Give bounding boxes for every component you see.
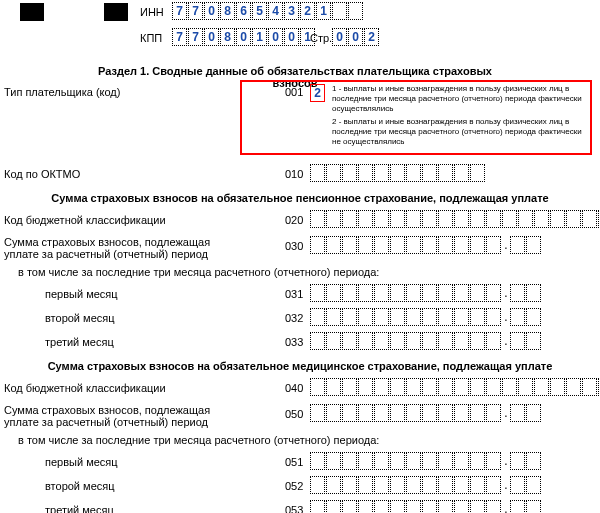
- input-cell[interactable]: [438, 476, 453, 494]
- input-cell[interactable]: [390, 500, 405, 513]
- input-cell[interactable]: [326, 308, 341, 326]
- kpp-cell[interactable]: 7: [188, 28, 203, 46]
- input-cell[interactable]: [486, 236, 501, 254]
- input-cell[interactable]: [358, 500, 373, 513]
- input-cell[interactable]: [438, 284, 453, 302]
- input-cell[interactable]: [502, 378, 517, 396]
- input-cell[interactable]: [358, 332, 373, 350]
- kbk-cells-med[interactable]: [310, 378, 600, 396]
- input-cell[interactable]: [438, 500, 453, 513]
- input-cell[interactable]: [526, 452, 541, 470]
- input-cell[interactable]: [310, 284, 325, 302]
- input-cell[interactable]: [454, 378, 469, 396]
- input-cell[interactable]: [470, 164, 485, 182]
- input-cell[interactable]: [470, 500, 485, 513]
- input-cell[interactable]: [374, 284, 389, 302]
- input-cell[interactable]: [310, 236, 325, 254]
- inn-cell[interactable]: 7: [172, 2, 187, 20]
- input-cell[interactable]: [390, 332, 405, 350]
- input-cell[interactable]: [526, 308, 541, 326]
- input-cell[interactable]: [326, 284, 341, 302]
- input-cell[interactable]: [310, 308, 325, 326]
- input-cell[interactable]: [406, 452, 421, 470]
- input-cell[interactable]: [486, 210, 501, 228]
- input-cell[interactable]: [438, 164, 453, 182]
- input-cell[interactable]: [310, 332, 325, 350]
- input-cell[interactable]: [390, 210, 405, 228]
- input-cell[interactable]: [470, 378, 485, 396]
- kpp-cell[interactable]: 8: [220, 28, 235, 46]
- input-cell[interactable]: [438, 404, 453, 422]
- input-cell[interactable]: [526, 332, 541, 350]
- input-cell[interactable]: [310, 452, 325, 470]
- input-cell[interactable]: [526, 236, 541, 254]
- input-cell[interactable]: [534, 210, 549, 228]
- input-cell[interactable]: [406, 378, 421, 396]
- input-cell[interactable]: [422, 236, 437, 254]
- input-cell[interactable]: [310, 378, 325, 396]
- input-cell[interactable]: [454, 476, 469, 494]
- input-cell[interactable]: [454, 404, 469, 422]
- input-cell[interactable]: [526, 284, 541, 302]
- input-cell[interactable]: [534, 378, 549, 396]
- input-cell[interactable]: [438, 236, 453, 254]
- input-cell[interactable]: [342, 332, 357, 350]
- input-cell[interactable]: [454, 164, 469, 182]
- input-cell[interactable]: [342, 284, 357, 302]
- kpp-cell[interactable]: 0: [268, 28, 283, 46]
- input-cell[interactable]: [510, 500, 525, 513]
- input-cell[interactable]: [358, 210, 373, 228]
- input-cell[interactable]: [582, 210, 597, 228]
- inn-cell[interactable]: 1: [316, 2, 331, 20]
- inn-cell[interactable]: 7: [188, 2, 203, 20]
- input-cell[interactable]: [390, 308, 405, 326]
- input-cell[interactable]: [390, 236, 405, 254]
- payer-type-value[interactable]: 2: [310, 84, 325, 102]
- input-cell[interactable]: [406, 332, 421, 350]
- inn-cell[interactable]: 0: [204, 2, 219, 20]
- input-cell[interactable]: [510, 452, 525, 470]
- input-cell[interactable]: [358, 378, 373, 396]
- input-cell[interactable]: [486, 452, 501, 470]
- m1-cells-med[interactable]: .: [310, 452, 542, 470]
- input-cell[interactable]: [510, 308, 525, 326]
- input-cell[interactable]: [326, 332, 341, 350]
- input-cell[interactable]: [550, 210, 565, 228]
- input-cell[interactable]: [422, 476, 437, 494]
- input-cell[interactable]: [422, 378, 437, 396]
- m2-cells[interactable]: .: [310, 308, 542, 326]
- input-cell[interactable]: [422, 452, 437, 470]
- input-cell[interactable]: [310, 210, 325, 228]
- input-cell[interactable]: [326, 236, 341, 254]
- input-cell[interactable]: [374, 236, 389, 254]
- input-cell[interactable]: [582, 378, 597, 396]
- input-cell[interactable]: [422, 308, 437, 326]
- input-cell[interactable]: [510, 284, 525, 302]
- inn-cell[interactable]: 8: [220, 2, 235, 20]
- input-cell[interactable]: [526, 476, 541, 494]
- input-cell[interactable]: [438, 378, 453, 396]
- input-cell[interactable]: [358, 452, 373, 470]
- input-cell[interactable]: [326, 210, 341, 228]
- input-cell[interactable]: [454, 284, 469, 302]
- input-cell[interactable]: [470, 404, 485, 422]
- input-cell[interactable]: [342, 308, 357, 326]
- input-cell[interactable]: [390, 452, 405, 470]
- input-cell[interactable]: [326, 404, 341, 422]
- input-cell[interactable]: [342, 164, 357, 182]
- input-cell[interactable]: [342, 210, 357, 228]
- input-cell[interactable]: [342, 500, 357, 513]
- input-cell[interactable]: [422, 164, 437, 182]
- input-cell[interactable]: [406, 404, 421, 422]
- input-cell[interactable]: [326, 164, 341, 182]
- input-cell[interactable]: [422, 332, 437, 350]
- input-cell[interactable]: [374, 404, 389, 422]
- input-cell[interactable]: [486, 500, 501, 513]
- input-cell[interactable]: [406, 236, 421, 254]
- input-cell[interactable]: [310, 500, 325, 513]
- input-cell[interactable]: [486, 404, 501, 422]
- input-cell[interactable]: [422, 284, 437, 302]
- input-cell[interactable]: [510, 236, 525, 254]
- inn-cell[interactable]: 4: [268, 2, 283, 20]
- input-cell[interactable]: [390, 404, 405, 422]
